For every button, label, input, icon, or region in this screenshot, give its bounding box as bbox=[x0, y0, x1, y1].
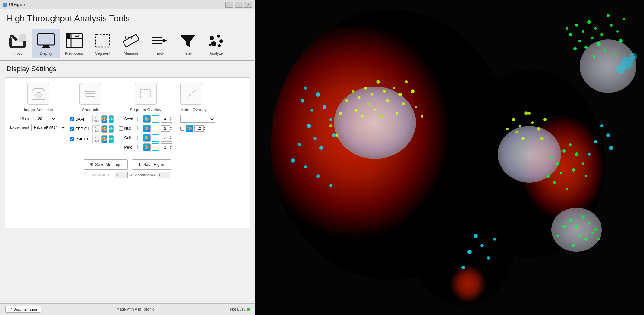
svg-point-54 bbox=[604, 49, 606, 52]
toolbar-segment[interactable]: Segment bbox=[89, 29, 117, 58]
svg-point-99 bbox=[543, 118, 547, 121]
minimize-button[interactable]: − bbox=[225, 2, 233, 8]
svg-point-62 bbox=[613, 52, 616, 55]
analyze-icon bbox=[207, 31, 226, 50]
gfp-minmax[interactable]: minmax bbox=[92, 125, 100, 133]
svg-point-122 bbox=[332, 133, 336, 137]
experiment-select[interactable]: HeLa_aPMP7( HeLa_aPMP7_2 bbox=[31, 124, 66, 131]
pero-icon: ⊢ bbox=[137, 144, 142, 151]
svg-point-93 bbox=[537, 127, 540, 131]
pero-checkbox[interactable] bbox=[119, 145, 123, 149]
segment-overlay-icon bbox=[135, 83, 157, 105]
dapi-checkbox[interactable] bbox=[70, 117, 74, 121]
nuc-checkbox[interactable] bbox=[119, 126, 123, 131]
gfp-color-btn[interactable]: 🎨 bbox=[101, 125, 107, 133]
maximize-button[interactable]: □ bbox=[235, 2, 243, 8]
svg-point-67 bbox=[376, 80, 380, 84]
svg-point-131 bbox=[588, 153, 591, 156]
button-row: ⊞ Save Montage ⬇ Save Figure bbox=[84, 159, 171, 170]
nuc-spinner[interactable]: ▲▼ bbox=[170, 126, 172, 131]
seed-square-btn[interactable] bbox=[152, 115, 159, 123]
svg-point-137 bbox=[493, 238, 496, 241]
svg-point-56 bbox=[616, 30, 619, 33]
svg-point-124 bbox=[304, 165, 307, 168]
metric-row2-checkbox[interactable] bbox=[180, 127, 184, 131]
seed-color-btn[interactable]: 🎨 bbox=[143, 115, 151, 123]
save-figure-button[interactable]: ⬇ Save Figure bbox=[132, 159, 171, 170]
save-montage-label: Save Montage bbox=[95, 162, 122, 167]
svg-point-89 bbox=[512, 118, 515, 121]
toolbar-preprocess[interactable]: Preprocess bbox=[60, 29, 89, 58]
metric-dropdown[interactable] bbox=[180, 115, 215, 123]
nuc-color-btn[interactable]: 🎨 bbox=[143, 125, 151, 132]
magnification-input[interactable] bbox=[158, 172, 170, 178]
toolbar-filter[interactable]: Filter bbox=[174, 29, 202, 58]
svg-point-21 bbox=[210, 36, 214, 40]
metric-value-input[interactable] bbox=[195, 125, 204, 132]
pmp70-color-btn[interactable]: 🎨 bbox=[101, 135, 107, 143]
svg-point-102 bbox=[575, 152, 578, 156]
measure-label: Measure bbox=[124, 51, 139, 56]
pmp70-eye-btn[interactable]: 👁 bbox=[109, 135, 114, 143]
dapi-eye-btn[interactable]: 👁 bbox=[109, 115, 114, 123]
pero-value-input[interactable] bbox=[161, 144, 170, 150]
plate-select[interactable]: si120 si121 bbox=[31, 115, 56, 122]
svg-point-79 bbox=[354, 109, 358, 112]
close-button[interactable]: × bbox=[244, 2, 252, 8]
cell-color-btn[interactable]: 🎨 bbox=[143, 134, 151, 142]
svg-point-133 bbox=[480, 244, 484, 247]
fps-input[interactable] bbox=[115, 172, 128, 178]
gfp-checkbox[interactable] bbox=[70, 127, 74, 131]
svg-point-104 bbox=[556, 162, 559, 165]
toolbar-measure[interactable]: Measure bbox=[117, 29, 145, 58]
github-icon: ⊙ bbox=[9, 307, 12, 311]
microscopy-image bbox=[255, 0, 644, 315]
channels-col: 1 2 3 Channels DAPI minmax 🎨 bbox=[70, 83, 111, 145]
seed-value-input[interactable] bbox=[161, 116, 170, 122]
svg-point-103 bbox=[550, 156, 553, 159]
cell-spinner[interactable]: ▲▼ bbox=[170, 135, 172, 140]
pero-color-btn[interactable]: 🎨 bbox=[143, 143, 151, 151]
documentation-button[interactable]: ⊙ Documentation bbox=[5, 306, 41, 313]
pero-square-btn[interactable] bbox=[152, 143, 159, 151]
cell-name: Cell bbox=[124, 136, 135, 140]
movie-label: Movie at FPS bbox=[92, 173, 112, 177]
toolbar-track[interactable]: Track bbox=[145, 29, 174, 58]
svg-point-135 bbox=[487, 256, 490, 260]
cell-value-input[interactable] bbox=[161, 135, 170, 141]
title-bar: UI Figure − □ × bbox=[0, 0, 255, 9]
nuc-value-input[interactable] bbox=[161, 125, 170, 132]
cell-checkbox[interactable] bbox=[119, 136, 123, 140]
gfp-eye-btn[interactable]: 👁 bbox=[109, 125, 114, 133]
dapi-color-btn[interactable]: 🎨 bbox=[101, 115, 107, 123]
cell-square-btn[interactable] bbox=[152, 134, 159, 142]
svg-point-96 bbox=[528, 112, 531, 115]
movie-checkbox[interactable] bbox=[85, 173, 89, 177]
pmp70-checkbox[interactable] bbox=[70, 137, 74, 141]
metric-spinner[interactable]: ▲▼ bbox=[204, 126, 206, 131]
magnification-label: At Magnification bbox=[130, 173, 155, 177]
main-content: Image Selection Plate si120 si121 Experi… bbox=[0, 76, 255, 303]
toolbar-analyze[interactable]: Analyze bbox=[202, 29, 230, 58]
svg-point-60 bbox=[566, 27, 568, 30]
pmp70-minmax[interactable]: minmax bbox=[92, 135, 100, 143]
svg-point-86 bbox=[421, 115, 423, 118]
svg-point-64 bbox=[593, 55, 595, 58]
seed-spinner[interactable]: ▲▼ bbox=[170, 116, 172, 121]
toolbar-display[interactable]: Display bbox=[32, 29, 60, 58]
save-montage-button[interactable]: ⊞ Save Montage bbox=[84, 159, 128, 170]
svg-rect-0 bbox=[19, 34, 26, 42]
svg-point-63 bbox=[573, 47, 577, 50]
filter-label: Filter bbox=[184, 51, 192, 56]
metric-color-btn[interactable]: 🎨 bbox=[186, 125, 193, 132]
svg-point-119 bbox=[313, 137, 317, 140]
docs-label: Documentation bbox=[14, 307, 37, 311]
dapi-minmax[interactable]: minmax bbox=[92, 115, 100, 123]
nuc-square-btn[interactable] bbox=[152, 125, 159, 132]
svg-point-88 bbox=[336, 134, 338, 137]
pero-spinner[interactable]: ▲▼ bbox=[170, 145, 172, 150]
seed-checkbox[interactable] bbox=[119, 117, 123, 121]
title-bar-left: UI Figure bbox=[3, 3, 25, 7]
svg-point-75 bbox=[380, 115, 383, 118]
toolbar-input[interactable]: Input bbox=[3, 29, 32, 58]
